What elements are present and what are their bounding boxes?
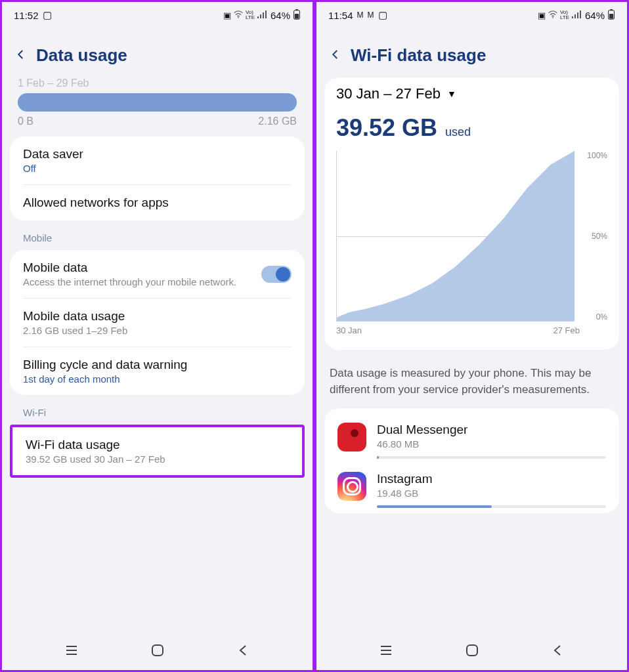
gmail-icon: M: [368, 10, 374, 20]
phone-wifi-usage: 11:54 M M ▢ ▣ Vo)LTE 64%: [314, 0, 629, 672]
svg-rect-7: [295, 14, 299, 18]
used-label: used: [445, 125, 471, 139]
row-billing[interactable]: Billing cycle and data warning 1st day o…: [10, 347, 305, 395]
card-mobile: Mobile data Access the internet through …: [10, 250, 305, 395]
app-size: 46.80 MB: [377, 438, 606, 450]
battery-saver-icon: ▣: [538, 10, 546, 20]
wifi-icon: [548, 10, 557, 20]
row-mobile-usage[interactable]: Mobile data usage 2.16 GB used 1–29 Feb: [10, 299, 305, 346]
svg-rect-11: [152, 645, 163, 656]
usage-bar: [18, 93, 297, 112]
mobile-data-sub: Access the internet through your mobile …: [23, 276, 255, 287]
section-mobile: Mobile: [10, 230, 305, 250]
period-text: 30 Jan – 27 Feb: [336, 85, 441, 102]
nav-recent[interactable]: [64, 643, 79, 660]
app-name: Dual Messenger: [377, 423, 606, 437]
volte-icon: Vo)LTE: [560, 10, 569, 20]
card-period: 30 Jan – 27 Feb ▼ 39.52 GB used 100: [324, 77, 619, 350]
app-size: 19.48 GB: [377, 488, 606, 499]
svg-rect-15: [577, 12, 578, 18]
battery-percent: 64%: [271, 10, 290, 21]
card-apps: Dual Messenger 46.80 MB Instagram 19.48 …: [324, 408, 619, 513]
period-text: 1 Feb – 29 Feb: [10, 77, 305, 93]
status-bar: 11:54 M M ▢ ▣ Vo)LTE 64%: [316, 2, 627, 28]
row-allowed-networks[interactable]: Allowed networks for apps: [10, 185, 305, 220]
card-wifi: Wi-Fi data usage 39.52 GB used 30 Jan – …: [10, 425, 305, 478]
billing-title: Billing cycle and data warning: [23, 358, 292, 372]
y-0: 0%: [582, 312, 607, 322]
period-selector[interactable]: 30 Jan – 27 Feb ▼: [336, 85, 607, 102]
usage-chart: 100% 50% 0%: [336, 151, 607, 322]
mobile-data-toggle[interactable]: [261, 266, 292, 283]
wifi-usage-sub: 39.52 GB used 30 Jan – 27 Feb: [26, 453, 289, 465]
nav-home[interactable]: [150, 643, 165, 660]
mobile-usage-sub: 2.16 GB used 1–29 Feb: [23, 325, 292, 336]
status-time: 11:52: [14, 10, 39, 21]
usage-max: 2.16 GB: [258, 116, 297, 127]
signal-icon: [257, 10, 267, 20]
app-usage-bar: [377, 456, 606, 459]
row-wifi-usage[interactable]: Wi-Fi data usage 39.52 GB used 30 Jan – …: [12, 427, 302, 475]
app-row-instagram[interactable]: Instagram 19.48 GB: [336, 464, 607, 513]
allowed-title: Allowed networks for apps: [23, 196, 292, 210]
battery-icon: [293, 9, 301, 22]
usage-min: 0 B: [18, 116, 33, 127]
svg-rect-16: [580, 10, 581, 18]
screenshot-icon: ▢: [378, 9, 387, 21]
section-wifi: Wi-Fi: [10, 404, 305, 425]
volte-icon: Vo)LTE: [246, 10, 255, 20]
x-start: 30 Jan: [336, 326, 362, 335]
dual-messenger-icon: [337, 423, 366, 452]
nav-back[interactable]: [551, 643, 565, 660]
page-title: Data usage: [36, 45, 127, 66]
header: Wi-Fi data usage: [316, 28, 627, 77]
data-saver-sub: Off: [23, 163, 292, 174]
mobile-usage-title: Mobile data usage: [23, 309, 292, 324]
nav-home[interactable]: [465, 643, 479, 660]
y-100: 100%: [582, 151, 607, 160]
app-row-dual-messenger[interactable]: Dual Messenger 46.80 MB: [336, 415, 607, 464]
nav-recent[interactable]: [379, 643, 393, 660]
svg-rect-1: [257, 16, 259, 18]
measurement-note: Data usage is measured by your phone. Th…: [324, 356, 619, 408]
status-time: 11:54: [328, 10, 353, 21]
chart-area: [337, 151, 575, 321]
svg-rect-3: [263, 12, 264, 18]
svg-rect-14: [575, 14, 576, 18]
svg-rect-13: [572, 16, 573, 18]
battery-icon: [607, 9, 615, 22]
header: Data usage: [2, 28, 313, 77]
battery-percent: 64%: [585, 10, 605, 21]
app-name: Instagram: [377, 472, 606, 486]
page-title: Wi-Fi data usage: [351, 45, 486, 66]
svg-rect-4: [265, 10, 267, 18]
gmail-icon: M: [357, 10, 364, 20]
navbar: [2, 633, 313, 670]
back-button[interactable]: [330, 49, 341, 63]
battery-saver-icon: ▣: [223, 10, 231, 20]
row-data-saver[interactable]: Data saver Off: [10, 136, 305, 184]
back-button[interactable]: [15, 49, 27, 63]
app-usage-bar: [377, 505, 606, 508]
dropdown-icon: ▼: [447, 89, 456, 99]
svg-rect-23: [467, 645, 477, 656]
mobile-data-title: Mobile data: [23, 261, 255, 275]
screenshot-icon: ▢: [43, 9, 52, 21]
navbar: [316, 633, 627, 670]
instagram-icon: [337, 472, 366, 501]
data-saver-title: Data saver: [23, 147, 292, 161]
wifi-icon: [234, 10, 243, 20]
status-bar: 11:52 ▢ ▣ Vo)LTE 64%: [2, 2, 313, 28]
x-end: 27 Feb: [553, 326, 580, 335]
svg-point-12: [552, 16, 553, 18]
wifi-usage-title: Wi-Fi data usage: [26, 438, 289, 452]
svg-rect-2: [260, 14, 261, 18]
svg-point-0: [238, 16, 239, 18]
nav-back[interactable]: [236, 643, 251, 660]
svg-rect-19: [609, 14, 613, 18]
phone-data-usage: 11:52 ▢ ▣ Vo)LTE 64%: [0, 0, 314, 672]
billing-sub: 1st day of each month: [23, 373, 292, 385]
card-general: Data saver Off Allowed networks for apps: [10, 136, 305, 220]
row-mobile-data[interactable]: Mobile data Access the internet through …: [10, 250, 305, 298]
total-usage: 39.52 GB: [336, 114, 437, 142]
